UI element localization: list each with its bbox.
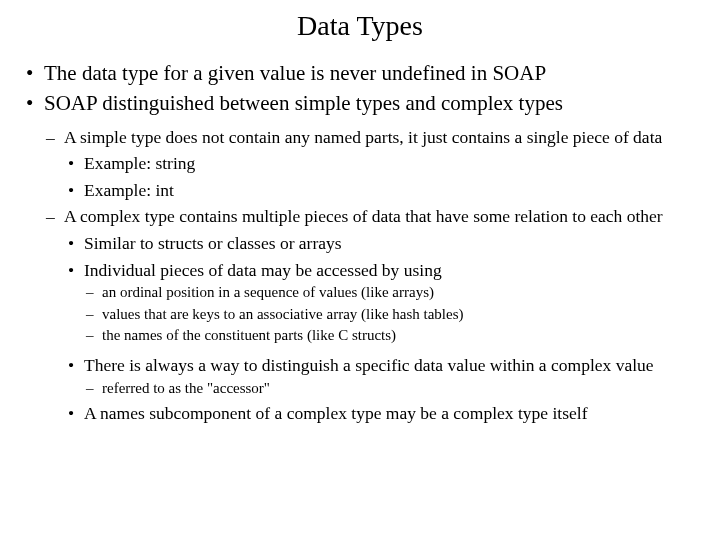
sublist: Example: string Example: int <box>64 152 696 202</box>
slide-title: Data Types <box>24 10 696 42</box>
list-item-text: A simple type does not contain any named… <box>64 127 662 147</box>
list-item-text: There is always a way to distinguish a s… <box>84 355 654 375</box>
list-item: Example: string <box>64 152 696 175</box>
sublist: referred to as the "accessor" <box>84 379 696 399</box>
list-item: There is always a way to distinguish a s… <box>64 354 696 398</box>
bullet-list: The data type for a given value is never… <box>24 60 696 425</box>
list-item: Similar to structs or classes or arrays <box>64 232 696 255</box>
list-item: SOAP distinguished between simple types … <box>24 90 696 425</box>
list-item: Example: int <box>64 179 696 202</box>
sublist: an ordinal position in a sequence of val… <box>84 283 696 346</box>
sublist: There is always a way to distinguish a s… <box>64 354 696 425</box>
list-item: Individual pieces of data may be accesse… <box>64 259 696 346</box>
list-item-text: SOAP distinguished between simple types … <box>44 91 563 115</box>
list-item: values that are keys to an associative a… <box>84 305 696 325</box>
list-item: A simple type does not contain any named… <box>44 127 696 202</box>
list-item-text: Individual pieces of data may be accesse… <box>84 260 442 280</box>
sublist: Similar to structs or classes or arrays … <box>64 232 696 346</box>
list-item: The data type for a given value is never… <box>24 60 696 86</box>
list-item-text: A complex type contains multiple pieces … <box>64 206 663 226</box>
list-item: A complex type contains multiple pieces … <box>44 206 696 346</box>
list-item: A names subcomponent of a complex type m… <box>64 402 696 425</box>
slide: Data Types The data type for a given val… <box>0 0 720 425</box>
list-item: an ordinal position in a sequence of val… <box>84 283 696 303</box>
sublist: A simple type does not contain any named… <box>44 127 696 346</box>
list-item: referred to as the "accessor" <box>84 379 696 399</box>
list-item: the names of the constituent parts (like… <box>84 326 696 346</box>
